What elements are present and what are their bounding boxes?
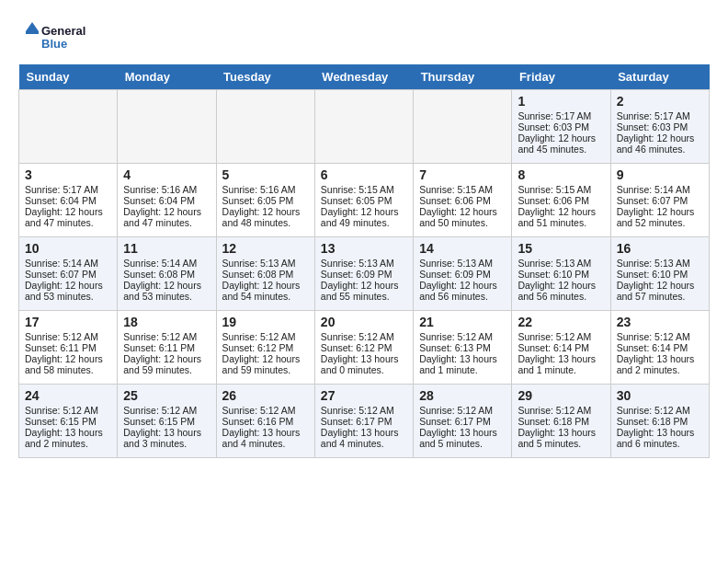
day-info: Sunset: 6:11 PM bbox=[123, 342, 210, 353]
day-info: Daylight: 13 hours bbox=[617, 353, 703, 364]
day-header-wednesday: Wednesday bbox=[314, 64, 413, 90]
day-info: and 5 minutes. bbox=[518, 438, 604, 449]
day-number: 29 bbox=[518, 388, 604, 403]
day-info: and 4 minutes. bbox=[222, 438, 309, 449]
day-info: Daylight: 12 hours bbox=[321, 206, 407, 217]
calendar-cell: 24Sunrise: 5:12 AMSunset: 6:15 PMDayligh… bbox=[19, 385, 118, 458]
day-info: Sunset: 6:09 PM bbox=[419, 269, 506, 280]
day-info: Sunrise: 5:12 AM bbox=[222, 331, 309, 342]
day-info: Daylight: 12 hours bbox=[617, 206, 703, 217]
week-row-2: 3Sunrise: 5:17 AMSunset: 6:04 PMDaylight… bbox=[19, 164, 710, 237]
day-info: and 53 minutes. bbox=[25, 291, 111, 302]
calendar-cell: 23Sunrise: 5:12 AMSunset: 6:14 PMDayligh… bbox=[610, 311, 709, 385]
day-number: 10 bbox=[25, 241, 111, 256]
week-row-4: 17Sunrise: 5:12 AMSunset: 6:11 PMDayligh… bbox=[19, 311, 710, 385]
day-header-tuesday: Tuesday bbox=[216, 64, 314, 90]
day-info: Sunset: 6:12 PM bbox=[321, 342, 407, 353]
calendar-cell: 9Sunrise: 5:14 AMSunset: 6:07 PMDaylight… bbox=[610, 164, 709, 237]
svg-rect-3 bbox=[26, 31, 39, 34]
day-info: Daylight: 13 hours bbox=[617, 427, 703, 438]
day-number: 24 bbox=[25, 388, 111, 403]
day-info: and 58 minutes. bbox=[25, 364, 111, 375]
day-info: Sunset: 6:16 PM bbox=[222, 416, 309, 427]
day-header-thursday: Thursday bbox=[414, 64, 512, 90]
day-info: Daylight: 12 hours bbox=[25, 206, 111, 217]
day-number: 5 bbox=[222, 167, 309, 182]
calendar-cell: 5Sunrise: 5:16 AMSunset: 6:05 PMDaylight… bbox=[216, 164, 314, 237]
day-info: Daylight: 13 hours bbox=[518, 427, 604, 438]
day-number: 19 bbox=[222, 315, 309, 329]
calendar-cell: 10Sunrise: 5:14 AMSunset: 6:07 PMDayligh… bbox=[19, 237, 118, 311]
day-info: and 1 minute. bbox=[419, 364, 506, 375]
day-info: Daylight: 12 hours bbox=[222, 206, 309, 217]
day-info: Sunset: 6:04 PM bbox=[25, 195, 111, 206]
day-info: and 55 minutes. bbox=[321, 291, 407, 302]
day-header-sunday: Sunday bbox=[19, 64, 118, 90]
day-info: Sunrise: 5:14 AM bbox=[123, 258, 210, 269]
calendar-cell: 28Sunrise: 5:12 AMSunset: 6:17 PMDayligh… bbox=[414, 385, 512, 458]
day-info: Daylight: 12 hours bbox=[321, 280, 407, 291]
day-info: Daylight: 12 hours bbox=[518, 206, 604, 217]
day-number: 26 bbox=[222, 388, 309, 403]
day-info: and 3 minutes. bbox=[123, 438, 210, 449]
day-info: Sunset: 6:15 PM bbox=[123, 416, 210, 427]
day-number: 7 bbox=[419, 167, 506, 182]
calendar-cell bbox=[118, 90, 216, 164]
day-info: Sunrise: 5:12 AM bbox=[419, 331, 506, 342]
week-row-5: 24Sunrise: 5:12 AMSunset: 6:15 PMDayligh… bbox=[19, 385, 710, 458]
calendar-cell: 19Sunrise: 5:12 AMSunset: 6:12 PMDayligh… bbox=[216, 311, 314, 385]
day-info: Sunset: 6:18 PM bbox=[617, 416, 703, 427]
day-info: Sunrise: 5:14 AM bbox=[617, 184, 703, 195]
day-info: Sunrise: 5:15 AM bbox=[419, 184, 506, 195]
day-number: 22 bbox=[518, 315, 604, 329]
day-number: 27 bbox=[321, 388, 407, 403]
day-info: Sunrise: 5:15 AM bbox=[518, 184, 604, 195]
day-info: Sunset: 6:17 PM bbox=[419, 416, 506, 427]
day-number: 20 bbox=[321, 315, 407, 329]
day-info: Sunset: 6:08 PM bbox=[123, 269, 210, 280]
day-info: Daylight: 12 hours bbox=[222, 353, 309, 364]
day-number: 18 bbox=[123, 315, 210, 329]
calendar-cell: 2Sunrise: 5:17 AMSunset: 6:03 PMDaylight… bbox=[610, 90, 709, 164]
calendar-cell: 16Sunrise: 5:13 AMSunset: 6:10 PMDayligh… bbox=[610, 237, 709, 311]
day-info: Sunset: 6:12 PM bbox=[222, 342, 309, 353]
calendar-table: SundayMondayTuesdayWednesdayThursdayFrid… bbox=[18, 64, 710, 458]
day-info: Sunrise: 5:13 AM bbox=[419, 258, 506, 269]
day-info: Sunrise: 5:16 AM bbox=[123, 184, 210, 195]
calendar-cell bbox=[216, 90, 314, 164]
day-info: Sunrise: 5:17 AM bbox=[617, 110, 703, 121]
day-number: 12 bbox=[222, 241, 309, 256]
day-number: 14 bbox=[419, 241, 506, 256]
day-info: Sunrise: 5:12 AM bbox=[321, 405, 407, 416]
day-info: Sunset: 6:17 PM bbox=[321, 416, 407, 427]
day-info: Sunrise: 5:17 AM bbox=[518, 110, 604, 121]
calendar-cell: 13Sunrise: 5:13 AMSunset: 6:09 PMDayligh… bbox=[314, 237, 413, 311]
day-number: 2 bbox=[617, 94, 703, 109]
day-number: 16 bbox=[617, 241, 703, 256]
day-info: and 46 minutes. bbox=[617, 144, 703, 155]
calendar-cell: 17Sunrise: 5:12 AMSunset: 6:11 PMDayligh… bbox=[19, 311, 118, 385]
calendar-cell: 25Sunrise: 5:12 AMSunset: 6:15 PMDayligh… bbox=[118, 385, 216, 458]
day-info: and 56 minutes. bbox=[419, 291, 506, 302]
day-info: Sunset: 6:04 PM bbox=[123, 195, 210, 206]
calendar-cell: 21Sunrise: 5:12 AMSunset: 6:13 PMDayligh… bbox=[414, 311, 512, 385]
day-info: Daylight: 13 hours bbox=[518, 353, 604, 364]
day-info: Daylight: 12 hours bbox=[123, 280, 210, 291]
day-info: Daylight: 12 hours bbox=[123, 353, 210, 364]
day-info: and 4 minutes. bbox=[321, 438, 407, 449]
day-info: Sunrise: 5:12 AM bbox=[419, 405, 506, 416]
header-row: SundayMondayTuesdayWednesdayThursdayFrid… bbox=[19, 64, 710, 90]
calendar-cell: 3Sunrise: 5:17 AMSunset: 6:04 PMDaylight… bbox=[19, 164, 118, 237]
day-info: Sunset: 6:03 PM bbox=[617, 121, 703, 132]
day-info: and 0 minutes. bbox=[321, 364, 407, 375]
calendar-cell: 30Sunrise: 5:12 AMSunset: 6:18 PMDayligh… bbox=[610, 385, 709, 458]
day-number: 6 bbox=[321, 167, 407, 182]
day-info: Sunrise: 5:12 AM bbox=[123, 331, 210, 342]
day-info: and 49 minutes. bbox=[321, 217, 407, 228]
day-info: Sunset: 6:03 PM bbox=[518, 121, 604, 132]
calendar-cell: 22Sunrise: 5:12 AMSunset: 6:14 PMDayligh… bbox=[512, 311, 610, 385]
calendar-cell: 27Sunrise: 5:12 AMSunset: 6:17 PMDayligh… bbox=[314, 385, 413, 458]
day-info: Sunrise: 5:17 AM bbox=[25, 184, 111, 195]
day-info: Sunset: 6:14 PM bbox=[617, 342, 703, 353]
day-info: and 57 minutes. bbox=[617, 291, 703, 302]
